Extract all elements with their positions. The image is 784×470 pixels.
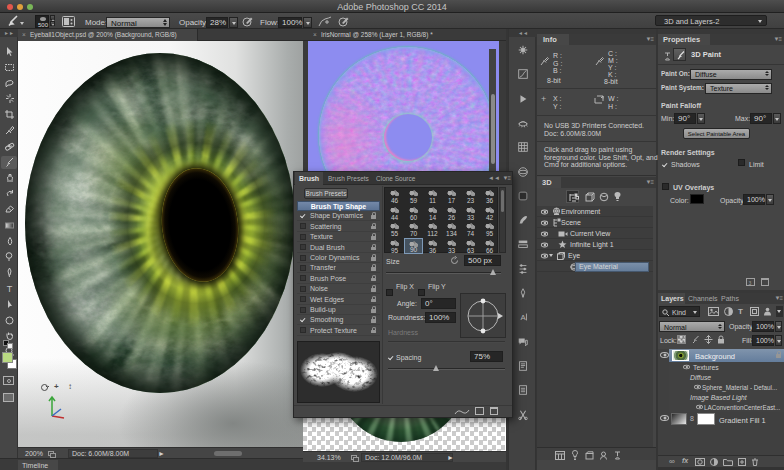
svg-text:A: A xyxy=(520,313,526,322)
svg-text:T: T xyxy=(6,284,12,294)
